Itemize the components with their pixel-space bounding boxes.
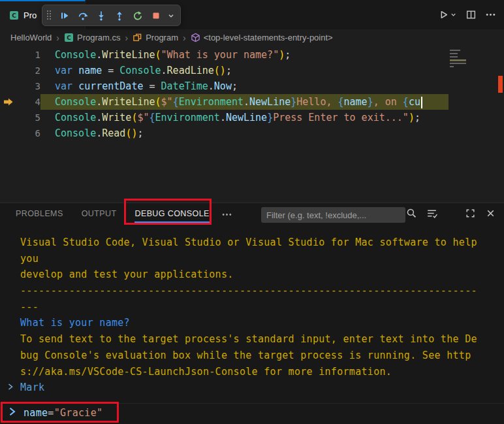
panel-header: PROBLEMSOUTPUTDEBUG CONSOLE [0, 203, 504, 226]
code-line: 6Console.Read(); [0, 125, 449, 141]
code-token: Hello, [296, 96, 338, 108]
code-token: name [24, 407, 48, 419]
code-token: Console [55, 127, 96, 139]
console-line: bug Console's evaluation box while the t… [20, 348, 504, 364]
panel-tab-debug-console[interactable]: DEBUG CONSOLE [134, 203, 209, 226]
method-cube-icon [191, 33, 200, 42]
code-token: Console [119, 65, 161, 76]
console-line: you [20, 251, 504, 267]
console-line-text: ----------------------------------------… [20, 285, 477, 297]
breadcrumb-item[interactable]: HelloWorld [10, 33, 52, 42]
run-or-debug-button[interactable] [438, 6, 457, 23]
code-token: ReadLine [167, 65, 214, 76]
code-token: DateTime [161, 80, 208, 92]
minimap-line [450, 56, 466, 58]
code-text: var currentDate = DateTime.Now; [40, 78, 449, 94]
close-panel-icon[interactable] [485, 208, 496, 221]
code-line: 3var currentDate = DateTime.Now; [0, 78, 449, 94]
panel-tab-label: PROBLEMS [16, 206, 63, 223]
code-editor[interactable]: 1Console.WriteLine("What is your name?")… [0, 46, 504, 203]
code-token: Press Enter to exit..." [273, 112, 409, 123]
restart-button[interactable] [129, 7, 146, 24]
panel-tab-problems[interactable]: PROBLEMS [16, 203, 63, 226]
code-token: ; [232, 80, 238, 92]
code-token: = [143, 80, 161, 92]
breadcrumb-label: <top-level-statements-entry-point> [204, 33, 333, 42]
debug-toolbar-dropdown[interactable] [166, 7, 176, 24]
breadcrumb-item[interactable]: Program [133, 33, 178, 42]
console-line-text: Mark [20, 382, 44, 393]
panel-tab-output[interactable]: OUTPUT [82, 203, 117, 226]
code-token: NewLine [249, 96, 291, 108]
split-editor-button[interactable] [465, 6, 477, 23]
breadcrumb: HelloWorld›CProgram.cs›Program›<top-leve… [0, 29, 504, 46]
breadcrumb-separator-icon: › [183, 33, 186, 43]
debug-toolbar [42, 5, 181, 26]
gutter-space [0, 78, 17, 94]
ellipsis-icon [485, 9, 496, 20]
code-token: Console [55, 49, 96, 61]
console-line-text: --- [20, 301, 39, 313]
code-token: ; [226, 65, 232, 76]
code-token: name [344, 96, 368, 108]
code-token: { [173, 96, 179, 108]
console-filter-input[interactable] [261, 207, 405, 223]
tab-label: Pro [24, 10, 37, 20]
code-token: . [96, 49, 102, 61]
debug-console-input[interactable]: name="Gracie" [0, 403, 504, 422]
breadcrumb-label: Program [146, 33, 178, 42]
console-line: Mark [20, 380, 504, 396]
breadcrumb-item[interactable]: CProgram.cs [64, 33, 120, 42]
svg-text:C: C [12, 12, 16, 19]
code-token: } [368, 96, 373, 108]
code-text: Console.Write($"{Environment.NewLine}Pre… [40, 110, 449, 125]
minimap[interactable] [449, 46, 467, 203]
code-token: . [161, 65, 167, 76]
code-token: "What is your name?" [161, 49, 279, 61]
code-token: ; [285, 49, 291, 61]
ellipsis-icon [221, 209, 232, 220]
code-token: } [291, 96, 296, 108]
code-token: . [244, 96, 249, 108]
panel-header-icons [406, 203, 496, 226]
csharp-file-icon: C [64, 33, 74, 42]
code-line: 1Console.WriteLine("What is your name?")… [0, 47, 449, 63]
code-token: . [208, 80, 214, 92]
debug-console-output: Visual Studio Code, Visual Studio or Vis… [0, 235, 504, 400]
line-number: 2 [17, 63, 40, 78]
code-line: 4Console.WriteLine($"{Environment.NewLin… [0, 94, 449, 110]
code-token: Write [102, 112, 131, 123]
console-input-text: name="Gracie" [24, 407, 102, 419]
filter-lines-icon[interactable] [426, 208, 437, 221]
code-text: var name = Console.ReadLine(); [40, 63, 449, 78]
line-number: 6 [17, 125, 40, 141]
code-token: ) [279, 49, 285, 61]
code-token: = [102, 65, 119, 76]
panel-more-tabs-button[interactable] [221, 209, 232, 220]
maximize-panel-icon[interactable] [465, 208, 476, 221]
console-line: ----------------------------------------… [20, 283, 504, 299]
code-token: "Gracie" [54, 407, 103, 419]
line-number: 5 [17, 110, 40, 125]
code-token: currentDate [78, 80, 143, 92]
more-actions-button[interactable] [485, 6, 496, 23]
console-line-text: you [20, 253, 39, 265]
stop-button[interactable] [148, 7, 165, 24]
breadcrumb-item[interactable]: <top-level-statements-entry-point> [191, 33, 333, 42]
search-icon[interactable] [406, 208, 417, 221]
code-token: () [214, 65, 226, 76]
code-token: Environment [179, 96, 244, 108]
step-out-button[interactable] [111, 7, 128, 24]
breadcrumb-separator-icon: › [125, 33, 128, 43]
code-lines: 1Console.WriteLine("What is your name?")… [0, 47, 449, 141]
code-token: { [403, 96, 409, 108]
minimap-line [450, 59, 466, 61]
toolbar-drag-handle[interactable] [47, 10, 52, 21]
chevron-down-icon [450, 11, 457, 18]
continue-button[interactable] [56, 7, 73, 24]
editor-tab-bar: C Pro [0, 0, 504, 29]
console-line-text: develop and test your applications. [20, 269, 234, 280]
input-echo-chevron-icon [7, 380, 20, 396]
step-into-button[interactable] [93, 7, 110, 24]
step-over-button[interactable] [74, 7, 91, 24]
